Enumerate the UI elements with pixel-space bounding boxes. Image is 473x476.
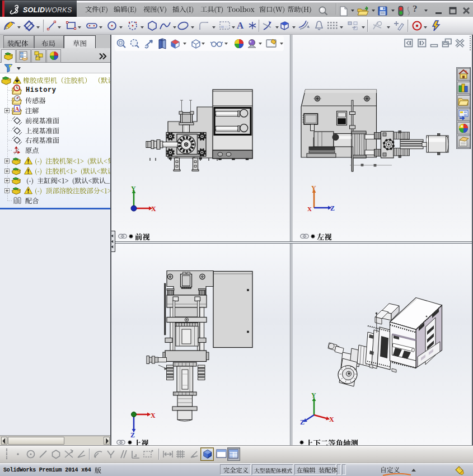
svg-text:X: X [329,416,334,423]
svg-text:Y: Y [311,184,316,192]
svg-text:A: A [15,106,20,112]
svg-text:X: X [151,412,156,419]
svg-text:Z: Z [300,418,305,426]
svg-text:X: X [151,205,156,213]
svg-text:X: X [307,206,312,212]
svg-text:Z: Z [330,204,335,212]
svg-text:Y: Y [131,185,136,193]
svg-text:Z: Z [130,431,135,439]
svg-text:Y: Y [311,391,316,399]
